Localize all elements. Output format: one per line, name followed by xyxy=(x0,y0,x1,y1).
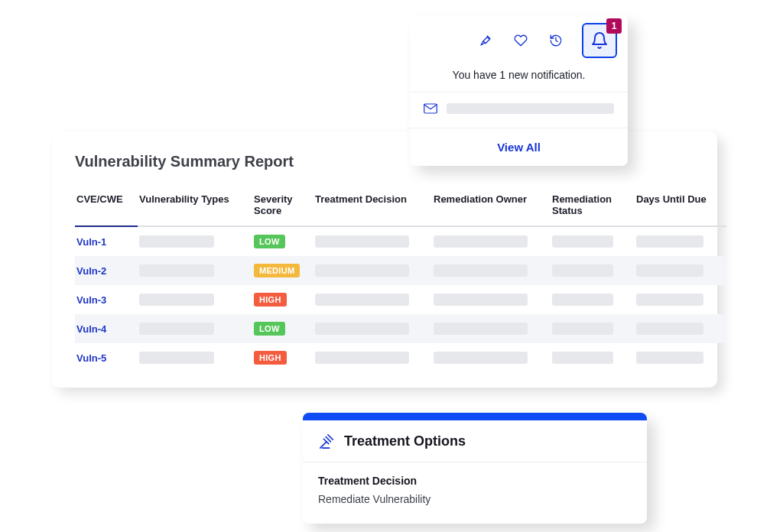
cell-placeholder xyxy=(139,323,214,335)
cell-placeholder xyxy=(434,235,528,248)
cell-placeholder xyxy=(315,235,409,248)
treatment-header: Treatment Options xyxy=(303,420,647,462)
notification-popover: 1 You have 1 new notification. View All xyxy=(410,15,628,166)
cell-placeholder xyxy=(636,264,703,277)
severity-badge: MEDIUM xyxy=(254,264,300,277)
cell-placeholder xyxy=(636,352,703,364)
treatment-topbar xyxy=(303,413,647,420)
history-icon[interactable] xyxy=(547,31,565,50)
treatment-decision-label: Treatment Decision xyxy=(318,475,632,487)
table-row: Vuln-5HIGH xyxy=(75,343,726,372)
cell-placeholder xyxy=(552,235,613,248)
cell-placeholder xyxy=(636,235,703,248)
col-treatment-decision[interactable]: Treatment Decision xyxy=(314,189,432,226)
cell-placeholder xyxy=(139,235,214,248)
treatment-options-card: Treatment Options Treatment Decision Rem… xyxy=(303,413,647,524)
heart-icon[interactable] xyxy=(512,31,530,50)
cell-placeholder xyxy=(434,264,528,277)
view-all-button[interactable]: View All xyxy=(410,128,628,166)
severity-badge: HIGH xyxy=(254,351,287,365)
vuln-id-link[interactable]: Vuln-5 xyxy=(76,352,106,364)
cell-placeholder xyxy=(552,323,613,335)
cell-placeholder xyxy=(636,323,703,335)
col-severity-score[interactable]: Severity Score xyxy=(252,189,314,226)
treatment-title: Treatment Options xyxy=(344,433,466,449)
vuln-id-link[interactable]: Vuln-4 xyxy=(76,323,106,335)
col-remediation-owner[interactable]: Remediation Owner xyxy=(432,189,551,226)
cell-placeholder xyxy=(552,352,613,364)
vulnerability-summary-card: Vulnerability Summary Report CVE/CWE Vul… xyxy=(52,131,717,388)
cell-placeholder xyxy=(552,294,613,306)
severity-badge: LOW xyxy=(254,322,285,336)
pin-icon[interactable] xyxy=(476,31,495,50)
cell-placeholder xyxy=(434,294,528,306)
treatment-decision-value: Remediate Vulnerability xyxy=(318,493,632,505)
envelope-icon xyxy=(424,103,437,114)
table-row: Vuln-2MEDIUM xyxy=(75,256,726,285)
cell-placeholder xyxy=(552,264,613,277)
cell-placeholder xyxy=(315,294,409,306)
table-row: Vuln-3HIGH xyxy=(75,285,726,314)
cell-placeholder xyxy=(139,264,214,277)
table-row: Vuln-1LOW xyxy=(75,226,726,256)
col-days-until-due[interactable]: Days Until Due xyxy=(635,189,726,226)
cell-placeholder xyxy=(434,323,528,335)
cell-placeholder xyxy=(139,352,214,364)
vuln-id-link[interactable]: Vuln-1 xyxy=(76,236,106,248)
severity-badge: LOW xyxy=(254,235,285,248)
vuln-id-link[interactable]: Vuln-3 xyxy=(76,294,106,306)
svg-rect-0 xyxy=(424,104,437,113)
table-row: Vuln-4LOW xyxy=(75,314,726,343)
notification-badge: 1 xyxy=(606,18,622,34)
cell-placeholder xyxy=(139,294,214,306)
notification-item-placeholder xyxy=(447,103,614,114)
treatment-body: Treatment Decision Remediate Vulnerabili… xyxy=(303,462,647,524)
vulnerability-table: CVE/CWE Vulnerability Types Severity Sco… xyxy=(75,189,726,372)
bell-icon xyxy=(590,31,609,50)
col-vuln-types[interactable]: Vulnerability Types xyxy=(138,189,252,226)
notification-toolbar: 1 xyxy=(410,15,628,64)
notification-item[interactable] xyxy=(410,92,628,128)
notification-bell-button[interactable]: 1 xyxy=(582,23,617,58)
vuln-id-link[interactable]: Vuln-2 xyxy=(76,265,106,277)
col-cve-cwe[interactable]: CVE/CWE xyxy=(75,189,138,226)
cell-placeholder xyxy=(315,264,409,277)
gavel-icon xyxy=(318,433,335,449)
cell-placeholder xyxy=(636,294,703,306)
cell-placeholder xyxy=(315,323,409,335)
cell-placeholder xyxy=(434,352,528,364)
severity-badge: HIGH xyxy=(254,293,287,307)
notification-message: You have 1 new notification. xyxy=(410,64,628,92)
cell-placeholder xyxy=(315,352,409,364)
col-remediation-status[interactable]: Remediation Status xyxy=(551,189,635,226)
